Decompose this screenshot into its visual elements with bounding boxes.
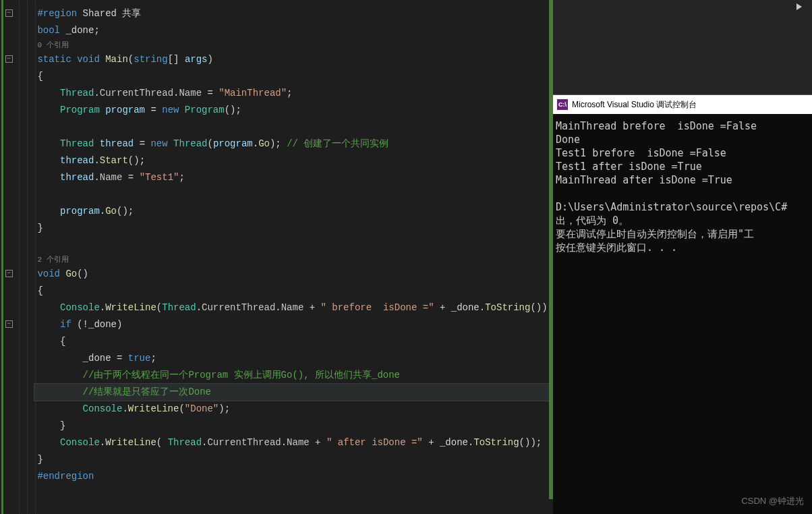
- code-line[interactable]: }: [34, 451, 553, 468]
- code-line[interactable]: }: [34, 418, 553, 434]
- vs-console-icon: C:\: [557, 99, 568, 110]
- code-line[interactable]: void Go(): [34, 266, 553, 283]
- code-line[interactable]: [34, 119, 553, 136]
- fold-toggle-icon[interactable]: −: [5, 320, 13, 328]
- code-content[interactable]: #region Shared 共享bool _done;0 个引用static …: [34, 0, 553, 514]
- console-titlebar[interactable]: C:\ Microsoft Visual Studio 调试控制台: [553, 95, 812, 114]
- code-line[interactable]: [34, 186, 553, 203]
- code-editor[interactable]: −−−− #region Shared 共享bool _done;0 个引用st…: [0, 0, 553, 514]
- code-line[interactable]: //由于两个线程在同一个Program 实例上调用Go(), 所以他们共享_do…: [34, 367, 553, 384]
- watermark-text: CSDN @钟进光: [741, 495, 804, 507]
- code-line[interactable]: thread.Name = "Test1";: [34, 169, 553, 186]
- fold-gutter[interactable]: −−−−: [3, 0, 14, 514]
- codelens-hint[interactable]: 0 个引用: [34, 39, 553, 51]
- code-line[interactable]: {: [34, 68, 553, 85]
- code-line[interactable]: thread.Start();: [34, 152, 553, 169]
- code-line[interactable]: _done = true;: [34, 350, 553, 367]
- fold-toggle-icon[interactable]: −: [5, 270, 13, 277]
- code-line[interactable]: static void Main(string[] args): [34, 51, 553, 68]
- code-line[interactable]: #endregion: [34, 468, 553, 485]
- fold-toggle-icon[interactable]: −: [5, 9, 13, 17]
- code-line[interactable]: }: [34, 220, 553, 237]
- editor-dark-region: [553, 0, 812, 94]
- code-line[interactable]: Thread thread = new Thread(program.Go); …: [34, 136, 553, 152]
- code-line[interactable]: [34, 237, 553, 254]
- code-line[interactable]: Program program = new Program();: [34, 102, 553, 119]
- code-line[interactable]: {: [34, 283, 553, 299]
- console-output[interactable]: MainThread brefore isDone =False Done Te…: [553, 114, 812, 260]
- indent-guides: [13, 0, 34, 514]
- debug-console-window[interactable]: C:\ Microsoft Visual Studio 调试控制台 MainTh…: [553, 94, 812, 514]
- code-line[interactable]: bool _done;: [34, 22, 553, 39]
- code-line[interactable]: program.Go();: [34, 203, 553, 220]
- code-line[interactable]: {: [34, 333, 553, 350]
- code-line[interactable]: Console.WriteLine( Thread.CurrentThread.…: [34, 434, 553, 451]
- code-line[interactable]: //结果就是只答应了一次Done: [34, 384, 553, 401]
- fold-toggle-icon[interactable]: −: [5, 55, 13, 63]
- run-icon[interactable]: [796, 3, 802, 10]
- codelens-hint[interactable]: 2 个引用: [34, 254, 553, 266]
- code-line[interactable]: Console.WriteLine(Thread.CurrentThread.N…: [34, 299, 553, 316]
- code-line[interactable]: Console.WriteLine("Done");: [34, 401, 553, 418]
- code-line[interactable]: if (!_done): [34, 316, 553, 333]
- console-title: Microsoft Visual Studio 调试控制台: [572, 99, 697, 111]
- code-line[interactable]: #region Shared 共享: [34, 5, 553, 22]
- code-line[interactable]: Thread.CurrentThread.Name = "MainThread"…: [34, 85, 553, 102]
